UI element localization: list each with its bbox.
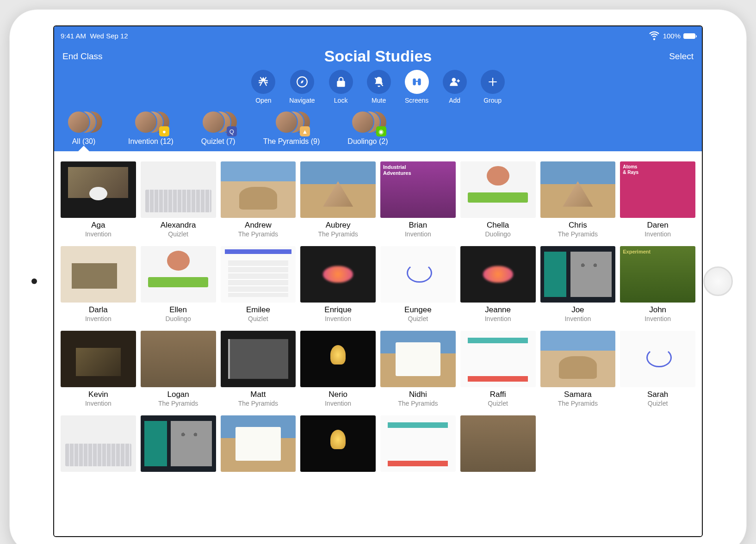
action-label: Open [255,97,271,104]
group-label: The Pyramids (9) [263,137,320,146]
screen-thumbnail [300,161,376,218]
student-tile[interactable] [61,415,136,475]
select-button[interactable]: Select [432,51,694,62]
svg-point-2 [452,78,456,82]
student-name: Brian [409,221,428,230]
screen: 9:41 AM Wed Sep 12 100% End Class Social… [53,25,703,537]
student-tile[interactable]: MattThe Pyramids [221,331,296,407]
status-left: 9:41 AM Wed Sep 12 [61,32,128,40]
student-app: The Pyramids [158,400,198,407]
student-tile[interactable]: AubreyThe Pyramids [300,161,376,238]
student-tile[interactable]: JeanneInvention [460,246,536,322]
group-button[interactable]: Group [481,70,505,104]
student-tile[interactable] [380,415,456,475]
student-tile[interactable]: JoeInvention [540,246,616,322]
student-tile[interactable]: AndrewThe Pyramids [221,161,296,238]
student-name: Raffi [490,390,506,399]
status-time: 9:41 AM [61,32,86,40]
student-tile[interactable]: IndustrialAdventuresBrianInvention [380,161,456,238]
groups-row: All (30)●Invention (12)QQuizlet (7)▲The … [54,104,702,146]
student-tile[interactable]: EungeeQuizlet [380,246,456,322]
end-class-button[interactable]: End Class [62,51,324,62]
student-tile[interactable]: AlexandraQuizlet [141,161,216,238]
screen-thumbnail [221,246,296,303]
compass-icon [290,70,314,94]
student-tile[interactable]: EllenDuolingo [141,246,216,322]
student-tile[interactable]: DarlaInvention [61,246,136,322]
plus-icon [481,70,505,94]
student-tile[interactable]: AgaInvention [61,161,136,238]
student-grid: AgaInventionAlexandraQuizletAndrewThe Py… [61,161,695,475]
open-button[interactable]: Open [251,70,275,104]
action-label: Add [449,97,460,104]
student-app: The Pyramids [398,400,438,407]
student-tile[interactable] [300,415,376,475]
screen-thumbnail: Experiment [620,246,695,303]
student-tile[interactable]: ChellaDuolingo [460,161,536,238]
screens-button[interactable]: Screens [405,70,429,104]
screen-thumbnail [141,246,216,303]
student-name: Enrique [324,305,352,315]
student-tile[interactable]: SamaraThe Pyramids [540,331,616,407]
battery-percent: 100% [663,32,681,40]
student-tile[interactable]: ExperimentJohnInvention [620,246,695,322]
student-app: The Pyramids [558,230,598,238]
group-label: Quizlet (7) [201,137,235,146]
action-label: Screens [405,97,428,104]
status-right: 100% [648,29,695,43]
screen-thumbnail [300,331,376,387]
lock-button[interactable]: Lock [329,70,353,104]
ipad-frame: 9:41 AM Wed Sep 12 100% End Class Social… [9,9,747,544]
student-tile[interactable] [141,415,216,475]
front-camera [31,278,37,284]
action-label: Navigate [289,97,315,104]
status-date: Wed Sep 12 [90,32,128,40]
mute-button[interactable]: Mute [367,70,391,104]
group-pyramids[interactable]: ▲The Pyramids (9) [263,111,320,146]
home-button[interactable] [703,266,733,296]
student-tile[interactable]: LoganThe Pyramids [141,331,216,407]
student-tile[interactable]: Atoms& RaysDarenInvention [620,161,695,238]
add-button[interactable]: Add [443,70,467,104]
student-name: Nidhi [409,390,427,399]
student-tile[interactable]: KevinInvention [61,331,136,407]
student-app: The Pyramids [238,230,278,238]
group-invention[interactable]: ●Invention (12) [128,111,174,146]
student-name: Sarah [647,390,668,399]
bell-slash-icon [367,70,391,94]
navigate-button[interactable]: Navigate [289,70,315,104]
student-tile[interactable]: NerioInvention [300,331,376,407]
student-tile[interactable]: NidhiThe Pyramids [380,331,456,407]
binoculars-icon [405,70,429,94]
nav-bar: End Class Social Studies Select [54,43,702,65]
student-tile[interactable]: SarahQuizlet [620,331,695,407]
student-app: Quizlet [488,400,508,407]
group-all[interactable]: All (30) [67,111,100,146]
student-name: John [649,305,666,315]
screen-thumbnail [141,161,216,218]
screen-thumbnail [221,331,296,387]
screen-thumbnail: IndustrialAdventures [380,161,456,218]
appstore-icon [251,70,275,94]
screen-thumbnail [460,331,536,387]
student-tile[interactable]: ChrisThe Pyramids [540,161,616,238]
active-indicator [78,146,89,151]
student-tile[interactable] [460,415,536,475]
screen-thumbnail [460,246,536,303]
wifi-icon [648,29,660,43]
screen-thumbnail [221,415,296,472]
group-quizlet[interactable]: QQuizlet (7) [201,111,235,146]
student-tile[interactable]: EnriqueInvention [300,246,376,322]
student-app: Invention [485,315,511,322]
student-app: Quizlet [248,315,268,322]
student-tile[interactable] [221,415,296,475]
group-avatars: ● [134,111,167,135]
student-app: Invention [85,230,112,238]
group-duolingo[interactable]: ◉Duolingo (2) [347,111,388,146]
screen-thumbnail [221,161,296,218]
student-app: Invention [564,315,591,322]
student-tile[interactable]: RaffiQuizlet [460,331,536,407]
screen-thumbnail [620,331,695,387]
student-tile[interactable]: EmileeQuizlet [221,246,296,322]
student-app: Invention [85,400,112,407]
